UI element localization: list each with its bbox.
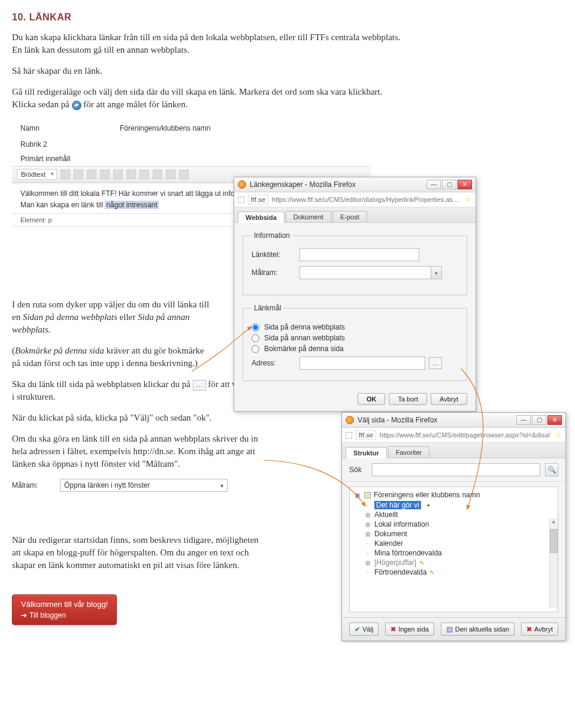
link-icon	[72, 101, 81, 110]
field-label-rubrik2: Rubrik 2	[20, 140, 86, 149]
blog-title: Välkommen till vår blogg!	[21, 600, 108, 609]
paragraph-select-target: I den ruta som dyker upp väljer du om du…	[12, 298, 210, 336]
tree-item[interactable]: ⊞Lokal information	[364, 520, 553, 528]
den-aktuella-button[interactable]: ▤Den aktuella sidan	[441, 623, 515, 636]
paragraph-valj-ok: När du klickat på sida, klicka på "Välj"…	[12, 412, 270, 424]
toolbar-style-dropdown[interactable]: Brödtext	[17, 169, 57, 180]
dialog-button-row: OK Ta bort Avbryt	[234, 387, 476, 411]
tree-item-label: [Högerpuffar]	[374, 558, 416, 567]
paragraph-external-link: Om du ska göra en länk till en sida på a…	[12, 433, 270, 470]
maximize-button[interactable]: ▢	[532, 415, 546, 425]
lankmal-fieldset: Länkmål Sida på denna webbplats Sida på …	[243, 304, 467, 381]
tab-webbsida[interactable]: Webbsida	[238, 212, 285, 223]
input-linktitle[interactable]	[299, 248, 419, 261]
tree-scrollbar[interactable]: ▴	[549, 518, 558, 608]
expand-icon[interactable]: ⊞	[364, 560, 371, 566]
radio-row-denna[interactable]: Sida på denna webbplats	[252, 323, 458, 331]
radio-sida-denna[interactable]	[252, 324, 259, 331]
toolbar-icon[interactable]	[166, 170, 175, 179]
tab-dokument[interactable]: Dokument	[286, 211, 331, 222]
toolbar-icon[interactable]	[74, 170, 83, 179]
blog-puff-button[interactable]: Välkommen till vår blogg! ➔Till bloggen	[12, 594, 117, 625]
input-malram[interactable]	[299, 266, 431, 279]
tree-item[interactable]: ·Förtroendevalda✎	[364, 568, 553, 576]
field-label-namn: Namn	[20, 124, 86, 132]
edit-icon: ✎	[419, 560, 424, 566]
tree-item[interactable]: ⊞Dokument	[364, 530, 553, 538]
paragraph-blog-puff: När du redigerar startsidan finns, som b…	[12, 534, 270, 572]
expand-icon[interactable]: ⊞	[364, 531, 371, 537]
star-icon[interactable]: ☆	[465, 195, 472, 204]
radio-bokmarke[interactable]	[252, 345, 259, 353]
tree-item[interactable]: ⊞[Högerpuffar]✎	[364, 558, 553, 567]
toolbar-icon[interactable]	[179, 170, 189, 179]
radio-label: Sida på denna webbplats	[264, 323, 345, 331]
minimize-button[interactable]: —	[516, 415, 531, 425]
tree-item[interactable]: ⊞Aktuellt	[364, 510, 553, 519]
expand-icon[interactable]: ⊞	[364, 521, 371, 528]
toolbar-icon[interactable]	[153, 170, 162, 179]
toolbar-icon[interactable]	[87, 170, 96, 179]
search-go-button[interactable]: 🔍	[545, 463, 558, 476]
intro-paragraph-1: Du kan skapa klickbara länkar från till …	[12, 31, 407, 56]
expand-icon[interactable]: ·	[364, 550, 371, 557]
expand-icon[interactable]: ·	[364, 540, 371, 547]
browse-button[interactable]: …	[429, 357, 442, 369]
firefox-icon	[346, 416, 354, 424]
avbryt-button[interactable]: ✖Avbryt	[521, 623, 558, 636]
ok-button[interactable]: OK	[358, 393, 386, 405]
tab-struktur[interactable]: Struktur	[346, 447, 387, 458]
tree-item-label: Kalender	[374, 539, 403, 548]
malram-select[interactable]: Öppna länken i nytt fönster ▾	[60, 479, 228, 492]
cancel-button[interactable]: Avbryt	[431, 393, 467, 405]
field-value-rubrik2[interactable]	[116, 143, 363, 146]
arrow-right-icon: ➔	[21, 611, 27, 620]
expand-icon[interactable]: ·	[364, 502, 371, 509]
remove-button[interactable]: Ta bort	[389, 393, 427, 405]
tree-item[interactable]: ·Det här gör vi✦	[364, 501, 553, 509]
toolbar-icon[interactable]	[140, 170, 149, 179]
label-linktitle: Länktitel:	[252, 250, 299, 259]
lankmal-legend: Länkmål	[252, 304, 283, 312]
select-page-dialog: Välj sida - Mozilla Firefox — ▢ ✕ ftf.se…	[341, 412, 566, 641]
tree-item[interactable]: ·Kalender	[364, 539, 553, 548]
site-label: ftf.se	[356, 430, 376, 440]
radio-label: Bokmärke på denna sida	[264, 345, 344, 353]
toolbar-icon[interactable]	[113, 170, 123, 179]
status-icon: ✦	[426, 502, 431, 509]
maximize-button[interactable]: ▢	[442, 180, 456, 189]
close-button[interactable]: ✕	[458, 180, 472, 189]
toolbar-icon[interactable]	[100, 170, 110, 179]
dialog-titlebar: Välj sida - Mozilla Firefox — ▢ ✕	[342, 413, 565, 428]
tree-item[interactable]: ·Mina förtroendevalda	[364, 549, 553, 557]
information-fieldset: Information Länktitel: Målram: ▾	[243, 231, 467, 295]
valj-button[interactable]: ✔Välj	[349, 623, 379, 636]
tree-root[interactable]: Föreningens eller klubbens namn	[355, 491, 553, 499]
input-adress[interactable]	[299, 357, 425, 370]
label-adress: Adress:	[252, 359, 299, 367]
expand-icon[interactable]: ·	[364, 569, 371, 576]
search-row: Sök 🔍	[342, 458, 565, 482]
tab-favoriter[interactable]: Favoriter	[388, 446, 429, 458]
dropdown-caret-icon[interactable]: ▾	[431, 266, 442, 279]
firefox-icon	[238, 180, 246, 189]
tab-epost[interactable]: E-post	[332, 211, 367, 222]
radio-row-annan[interactable]: Sida på annan webbplats	[252, 334, 458, 342]
close-button[interactable]: ✕	[547, 415, 562, 425]
toolbar-icon[interactable]	[126, 170, 136, 179]
toolbar-icon[interactable]	[60, 170, 70, 179]
ingen-sida-button[interactable]: ✖Ingen sida	[385, 623, 434, 636]
field-value-namn[interactable]: Föreningens/klubbens namn	[116, 122, 363, 134]
tree-item-label: Dokument	[374, 530, 407, 538]
radio-row-bokmarke[interactable]: Bokmärke på denna sida	[252, 345, 458, 353]
label-malram: Målram:	[252, 268, 299, 277]
search-input[interactable]	[372, 463, 540, 476]
tree-item-label: Mina förtroendevalda	[374, 549, 442, 557]
expand-icon[interactable]: ⊞	[364, 512, 371, 518]
page-icon	[346, 432, 352, 439]
radio-sida-annan[interactable]	[252, 334, 259, 342]
minimize-button[interactable]: —	[426, 180, 441, 189]
dialog-tabs: Webbsida Dokument E-post	[234, 207, 476, 223]
star-icon[interactable]: ☆	[555, 431, 562, 439]
paragraph-bookmark-note: (Bokmärke på denna sida kräver att du gö…	[12, 345, 210, 370]
